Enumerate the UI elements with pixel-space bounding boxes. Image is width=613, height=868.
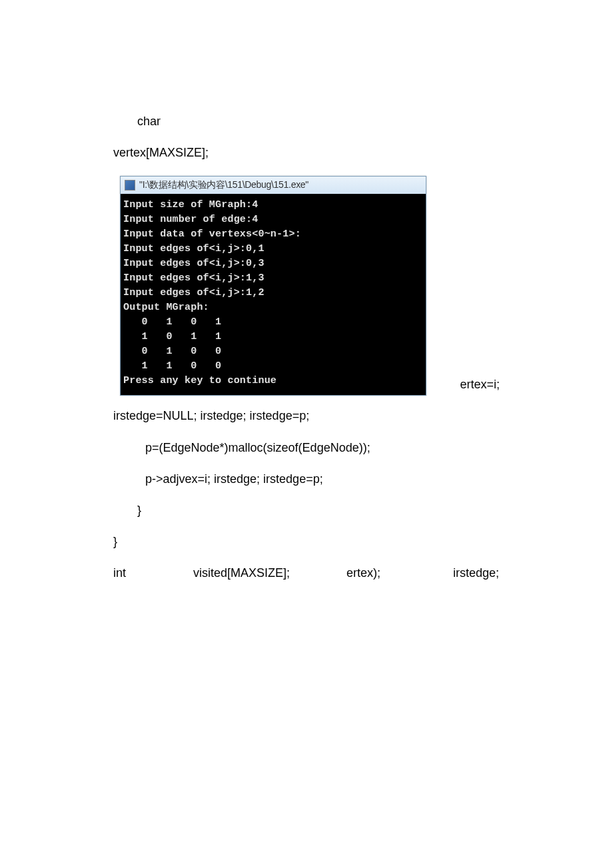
code-text: ertex); — [346, 565, 453, 582]
code-text: int — [113, 565, 193, 582]
console-line: Input number of edge:4 — [123, 213, 423, 227]
code-row: int visited[MAXSIZE]; ertex); irstedge; — [113, 565, 500, 582]
console-line: Input size of MGraph:4 — [123, 198, 423, 213]
console-line: Input data of vertexs<0~n-1>: — [123, 227, 423, 242]
code-text: } — [113, 502, 500, 519]
console-line: 1 0 1 1 — [123, 330, 423, 344]
document-page: char vertex[MAXSIZE]; "I:\数据结构\实验内容\151\… — [0, 0, 613, 582]
console-line: 1 1 0 0 — [123, 359, 423, 374]
console-window: "I:\数据结构\实验内容\151\Debug\151.exe" Input s… — [120, 176, 426, 396]
console-line: Input edges of<i,j>:1,3 — [123, 271, 423, 286]
code-text: visited[MAXSIZE]; — [193, 565, 346, 582]
code-text: vertex[MAXSIZE]; — [113, 145, 500, 161]
console-line: 0 1 0 0 — [123, 344, 423, 359]
console-line: Output MGraph: — [123, 300, 423, 315]
console-row: "I:\数据结构\实验内容\151\Debug\151.exe" Input s… — [113, 176, 500, 396]
console-line: Input edges of<i,j>:0,1 — [123, 242, 423, 256]
code-text: } — [113, 534, 500, 550]
app-icon — [125, 180, 135, 191]
console-line: Input edges of<i,j>:0,3 — [123, 256, 423, 271]
code-text: p=(EdgeNode*)malloc(sizeof(EdgeNode)); — [113, 440, 500, 456]
code-text: irstedge=NULL; irstedge; irstedge=p; — [113, 408, 500, 424]
code-text: p->adjvex=i; irstedge; irstedge=p; — [113, 471, 500, 488]
console-titlebar: "I:\数据结构\实验内容\151\Debug\151.exe" — [121, 177, 426, 194]
console-line: Input edges of<i,j>:1,2 — [123, 286, 423, 300]
code-text: char — [113, 113, 500, 130]
console-title: "I:\数据结构\实验内容\151\Debug\151.exe" — [139, 179, 308, 191]
console-line: 0 1 0 1 — [123, 315, 423, 330]
console-body: Input size of MGraph:4 Input number of e… — [121, 194, 426, 395]
code-text: irstedge; — [453, 565, 499, 582]
code-text: ertex=i; — [426, 378, 500, 396]
console-line: Press any key to continue — [123, 374, 423, 388]
